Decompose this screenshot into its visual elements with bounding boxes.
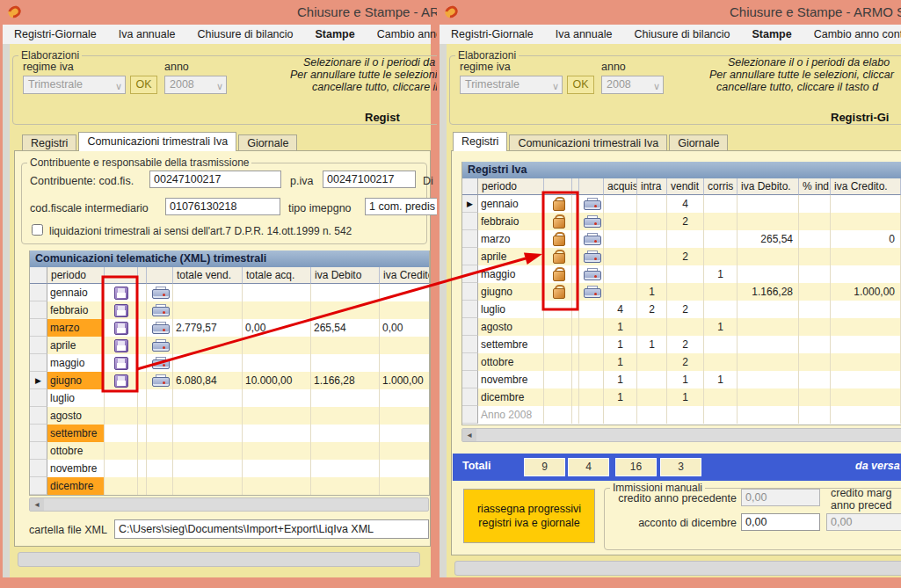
row-selector[interactable]: [30, 284, 47, 301]
cell-periodo[interactable]: agosto: [478, 318, 544, 336]
cell-periodo[interactable]: novembre: [47, 460, 105, 477]
lock-icon[interactable]: [552, 214, 564, 229]
printer-icon[interactable]: [152, 322, 168, 334]
cell-periodo[interactable]: aprile: [478, 248, 544, 265]
cell-periodo[interactable]: dicembre: [478, 388, 544, 406]
menu-item-chiusure-di-bilancio[interactable]: Chiusure di bilancio: [197, 28, 293, 40]
cell-periodo[interactable]: luglio: [478, 301, 544, 318]
cell-periodo[interactable]: ottobre: [47, 442, 105, 460]
liquidazioni-checkbox[interactable]: [32, 224, 43, 236]
piva-field[interactable]: [323, 171, 416, 188]
cell-periodo[interactable]: dicembre: [47, 477, 105, 495]
tab-comunicazioni-trimestrali-iva[interactable]: Comunicazioni trimestrali Iva: [509, 134, 667, 151]
tab-giornale[interactable]: Giornale: [669, 134, 728, 151]
cell-periodo[interactable]: settembre: [478, 336, 544, 353]
cell-periodo[interactable]: maggio: [47, 354, 105, 372]
cell-periodo[interactable]: febbraio: [478, 213, 544, 230]
printer-icon[interactable]: [152, 374, 168, 387]
riassegna-button[interactable]: riassegna progressivi registri iva e gio…: [463, 489, 595, 543]
titlebar[interactable]: Chiusure e Stampe - ARMO S: [437, 0, 901, 25]
menu-item-stampe[interactable]: Stampe: [752, 28, 792, 40]
floppy-icon[interactable]: [114, 287, 128, 300]
tab-registri[interactable]: Registri: [22, 134, 76, 151]
row-selector[interactable]: [462, 265, 478, 283]
row-selector[interactable]: ▶: [462, 195, 478, 213]
tab-registri[interactable]: Registri: [453, 132, 507, 151]
row-selector[interactable]: [462, 283, 478, 301]
cell-periodo[interactable]: maggio: [478, 265, 544, 283]
row-selector[interactable]: [30, 407, 47, 425]
cell-periodo[interactable]: settembre: [47, 425, 105, 442]
row-selector[interactable]: [462, 336, 478, 353]
row-selector[interactable]: [462, 301, 478, 318]
floppy-icon[interactable]: [114, 357, 128, 370]
printer-icon[interactable]: [584, 198, 599, 210]
lock-icon[interactable]: [552, 197, 564, 211]
row-selector[interactable]: [462, 213, 478, 230]
ok-button[interactable]: OK: [567, 76, 594, 94]
horizontal-scrollbar[interactable]: ◂: [461, 428, 901, 442]
row-selector[interactable]: [30, 337, 47, 354]
menu-item-chiusure-di-bilancio[interactable]: Chiusure di bilancio: [634, 28, 730, 40]
cartella-field[interactable]: [114, 519, 429, 539]
scroll-left-icon[interactable]: ◂: [30, 498, 44, 511]
cell-periodo[interactable]: marzo: [478, 230, 544, 248]
row-selector[interactable]: [462, 318, 478, 336]
row-selector[interactable]: [30, 301, 47, 319]
row-selector[interactable]: [30, 442, 47, 460]
menu-item-iva-annuale[interactable]: Iva annuale: [119, 28, 176, 40]
row-selector[interactable]: [462, 406, 478, 424]
printer-icon[interactable]: [584, 233, 599, 245]
lock-icon[interactable]: [552, 250, 564, 264]
codfis-field[interactable]: [149, 171, 281, 188]
printer-icon[interactable]: [152, 357, 168, 369]
lock-icon[interactable]: [552, 232, 564, 246]
row-selector[interactable]: [30, 460, 47, 477]
cell-periodo[interactable]: marzo: [47, 319, 105, 337]
intermediario-field[interactable]: [165, 198, 280, 215]
tab-giornale[interactable]: Giornale: [238, 134, 297, 151]
printer-icon[interactable]: [584, 268, 599, 280]
row-selector[interactable]: [462, 371, 478, 388]
row-selector[interactable]: [462, 388, 478, 406]
row-selector[interactable]: [462, 248, 478, 265]
tab-comunicazioni-trimestrali-iva[interactable]: Comunicazioni trimestrali Iva: [78, 132, 236, 151]
printer-icon[interactable]: [584, 250, 599, 263]
floppy-icon[interactable]: [114, 374, 128, 388]
cell-periodo[interactable]: ottobre: [478, 353, 544, 371]
row-selector[interactable]: [30, 389, 47, 407]
menu-item-stampe[interactable]: Stampe: [316, 28, 355, 40]
lock-icon[interactable]: [552, 267, 564, 281]
cell-periodo[interactable]: aprile: [47, 337, 105, 354]
menu-item-registri-giornale[interactable]: Registri-Giornale: [14, 28, 97, 40]
cell-periodo[interactable]: giugno: [478, 283, 544, 301]
row-selector[interactable]: [30, 477, 47, 495]
cell-periodo[interactable]: luglio: [47, 389, 105, 407]
cell-periodo[interactable]: giugno: [47, 372, 105, 389]
lock-icon[interactable]: [552, 285, 564, 299]
menu-item-registri-giornale[interactable]: Registri-Giornale: [451, 28, 534, 40]
printer-icon[interactable]: [152, 339, 168, 352]
scroll-left-icon[interactable]: ◂: [462, 429, 476, 441]
cell-periodo[interactable]: febbraio: [47, 301, 105, 319]
row-selector[interactable]: [30, 319, 47, 337]
cell-periodo[interactable]: agosto: [47, 407, 105, 425]
floppy-icon[interactable]: [114, 322, 128, 335]
menu-item-cambio-anno-contabile[interactable]: Cambio anno contabile: [814, 28, 901, 40]
titlebar[interactable]: Chiusure e Stampe - AR: [0, 0, 437, 25]
cell-periodo[interactable]: novembre: [478, 371, 544, 388]
tipo-impegno-field[interactable]: [365, 198, 437, 215]
floppy-icon[interactable]: [114, 304, 128, 317]
printer-icon[interactable]: [584, 215, 599, 228]
cell-periodo[interactable]: gennaio: [47, 284, 105, 301]
printer-icon[interactable]: [584, 286, 599, 298]
row-selector[interactable]: [30, 354, 47, 372]
cell-periodo[interactable]: Anno 2008: [478, 406, 544, 424]
row-selector[interactable]: [462, 353, 478, 371]
cell-periodo[interactable]: gennaio: [478, 195, 544, 213]
horizontal-scrollbar[interactable]: ◂: [29, 497, 429, 512]
acconto-dicembre-field[interactable]: [741, 513, 820, 531]
printer-icon[interactable]: [152, 287, 168, 299]
row-selector[interactable]: [30, 425, 47, 442]
floppy-icon[interactable]: [114, 339, 128, 352]
